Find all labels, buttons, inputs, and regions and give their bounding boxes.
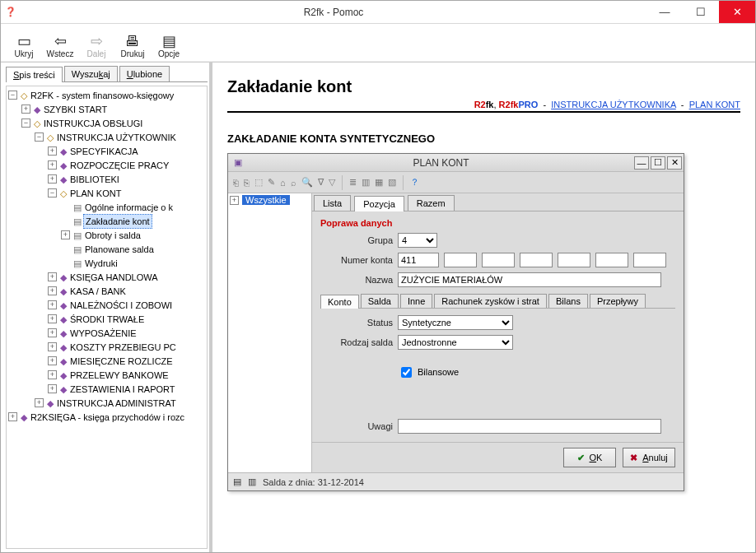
select-grupa[interactable]: 4 bbox=[398, 233, 437, 248]
book-icon bbox=[60, 271, 67, 284]
options-button[interactable]: ▤ Opcje bbox=[151, 33, 187, 61]
tab-favorites[interactable]: Ulubione bbox=[119, 66, 170, 81]
window-title: R2fk - Pomoc bbox=[21, 7, 646, 18]
gear-icon: ▤ bbox=[151, 33, 187, 49]
tab-contents[interactable]: Spis treści bbox=[6, 67, 63, 82]
page-icon bbox=[73, 257, 82, 270]
subtabs: Konto Salda Inne Rachunek zysków i strat… bbox=[320, 294, 675, 309]
dialog-titlebar: ▣ PLAN KONT — ☐ ✕ bbox=[228, 154, 684, 172]
chart-icon[interactable]: ▥ bbox=[362, 177, 370, 188]
book-icon bbox=[60, 327, 67, 340]
toolbar-icon[interactable]: ⌂ bbox=[280, 178, 286, 188]
forward-button[interactable]: ⇨ Dalej bbox=[78, 33, 114, 61]
tab-razem[interactable]: Razem bbox=[408, 195, 455, 211]
subtab-przeplywy[interactable]: Przepływy bbox=[590, 294, 646, 308]
hide-icon: ▭ bbox=[6, 33, 42, 49]
toolbar-icon[interactable]: ✎ bbox=[268, 177, 275, 188]
book-icon bbox=[60, 173, 67, 186]
toolbar-icon[interactable]: ▧ bbox=[388, 177, 396, 188]
minimize-button[interactable]: — bbox=[646, 1, 683, 23]
contents-tree[interactable]: −R2FK - system finansowo-księgowy +SZYBK… bbox=[6, 86, 208, 549]
help-icon[interactable]: ？ bbox=[410, 176, 419, 188]
ok-button[interactable]: OK bbox=[563, 448, 616, 467]
breadcrumb-links: R2fk, R2fkPRO - INSTRUKCJA UŻYTKOWNIKA -… bbox=[227, 100, 740, 109]
link-instrukcja-uzytkownika[interactable]: INSTRUKCJA UŻYTKOWNIKA bbox=[551, 100, 676, 109]
toolbar-icon[interactable]: ⎘ bbox=[244, 178, 250, 188]
input-segment[interactable] bbox=[595, 253, 628, 267]
print-button[interactable]: 🖶 Drukuj bbox=[114, 33, 151, 61]
subtab-salda[interactable]: Salda bbox=[361, 294, 399, 308]
book-icon bbox=[60, 383, 67, 396]
back-button[interactable]: ⇦ Wstecz bbox=[42, 33, 78, 61]
input-segment[interactable] bbox=[633, 253, 666, 267]
toolbar-icon[interactable]: ⬚ bbox=[254, 177, 263, 188]
window-titlebar: ❓ R2fk - Pomoc — ☐ ✕ bbox=[1, 1, 755, 24]
dialog-minimize-button[interactable]: — bbox=[634, 156, 649, 170]
select-status[interactable]: Syntetyczne bbox=[398, 315, 513, 330]
hide-button[interactable]: ▭ Ukryj bbox=[6, 33, 42, 61]
book-icon bbox=[47, 397, 54, 410]
binoculars-icon[interactable]: 🔍 bbox=[301, 177, 313, 188]
plan-kont-dialog: ▣ PLAN KONT — ☐ ✕ ⎗ ⎘ ⬚ ✎ ⌂ ⌕ 🔍 ∇ ▽ bbox=[227, 153, 684, 491]
tab-lista[interactable]: Lista bbox=[314, 195, 351, 211]
input-segment[interactable] bbox=[520, 253, 553, 267]
book-open-icon bbox=[47, 131, 54, 144]
toolbar-icon[interactable]: ≣ bbox=[349, 177, 357, 188]
book-open-icon bbox=[34, 117, 40, 130]
subtab-inne[interactable]: Inne bbox=[400, 294, 432, 308]
brand-r2fk: R2fk bbox=[474, 100, 494, 109]
subtab-konto[interactable]: Konto bbox=[320, 295, 359, 309]
book-icon bbox=[60, 159, 67, 172]
toolbar-icon[interactable]: ▦ bbox=[375, 177, 383, 188]
input-nazwa[interactable] bbox=[398, 272, 661, 287]
tab-pozycja[interactable]: Pozycja bbox=[354, 196, 404, 211]
link-plan-kont[interactable]: PLAN KONT bbox=[689, 100, 740, 109]
label-numer-konta: Numer konta bbox=[320, 255, 393, 265]
select-rodzaj-salda[interactable]: Jednostronne bbox=[398, 335, 513, 350]
arrow-right-icon: ⇨ bbox=[78, 33, 114, 49]
dialog-close-button[interactable]: ✕ bbox=[667, 156, 682, 170]
maximize-button[interactable]: ☐ bbox=[683, 1, 719, 23]
dialog-maximize-button[interactable]: ☐ bbox=[651, 156, 665, 170]
dialog-icon: ▣ bbox=[228, 157, 248, 168]
status-icon: ▥ bbox=[248, 476, 256, 487]
brand-r2fkpro: R2fkPRO bbox=[499, 100, 539, 109]
label-uwagi: Uwagi bbox=[320, 421, 393, 431]
book-icon bbox=[34, 103, 40, 116]
close-button[interactable]: ✕ bbox=[719, 1, 755, 23]
cancel-button[interactable]: Anuluj bbox=[623, 448, 675, 467]
dialog-tree-root[interactable]: Wszystkie bbox=[242, 195, 290, 205]
tree-item: −R2FK - system finansowo-księgowy bbox=[8, 88, 205, 102]
book-icon bbox=[60, 369, 67, 382]
dialog-tree[interactable]: + Wszystkie bbox=[228, 193, 312, 472]
book-icon bbox=[60, 285, 67, 298]
page-icon bbox=[73, 215, 82, 228]
input-segment[interactable] bbox=[482, 253, 515, 267]
funnel-icon[interactable]: ▽ bbox=[329, 177, 335, 188]
subtab-bilans[interactable]: Bilans bbox=[548, 294, 588, 308]
filter-icon[interactable]: ∇ bbox=[318, 177, 324, 188]
toolbar-icon[interactable]: ⎗ bbox=[233, 178, 239, 188]
cross-icon bbox=[630, 453, 637, 463]
toolbar: ▭ Ukryj ⇦ Wstecz ⇨ Dalej 🖶 Drukuj ▤ Opcj… bbox=[1, 24, 755, 62]
dialog-tabs: Lista Pozycja Razem bbox=[312, 193, 684, 211]
check-icon bbox=[577, 453, 585, 463]
label-nazwa: Nazwa bbox=[320, 275, 393, 285]
label-rodzaj-salda: Rodzaj salda bbox=[320, 337, 393, 347]
toolbar-icon[interactable]: ⌕ bbox=[291, 178, 296, 188]
input-uwagi[interactable] bbox=[398, 419, 661, 434]
status-icon: ▤ bbox=[233, 476, 241, 487]
book-icon bbox=[60, 313, 67, 326]
section-header: Poprawa danych bbox=[320, 218, 675, 228]
subtab-rachunek[interactable]: Rachunek zysków i strat bbox=[434, 294, 547, 308]
navigation-pane: Spis treści Wyszukaj Ulubione −R2FK - sy… bbox=[1, 63, 212, 552]
input-segment[interactable] bbox=[444, 253, 477, 267]
input-numer-konta[interactable] bbox=[398, 253, 439, 267]
input-segment[interactable] bbox=[558, 253, 590, 267]
page-icon bbox=[73, 201, 82, 214]
page-icon bbox=[73, 243, 82, 256]
dialog-title: PLAN KONT bbox=[248, 157, 634, 169]
label-status: Status bbox=[320, 318, 393, 328]
checkbox-bilansowe[interactable] bbox=[401, 367, 412, 378]
tab-search[interactable]: Wyszukaj bbox=[64, 66, 118, 81]
